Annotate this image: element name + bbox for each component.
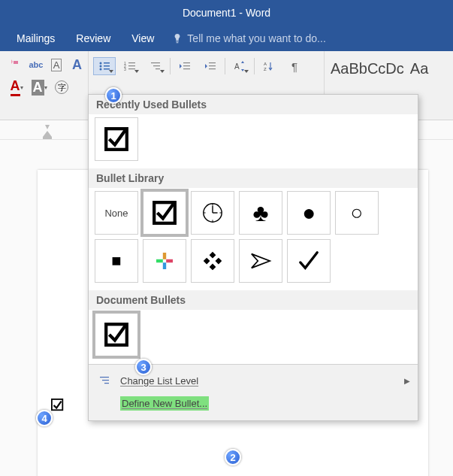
document-checkbox-bullet [51,399,65,412]
svg-rect-19 [209,62,216,63]
lightbulb-icon [172,33,183,44]
chevron-down-icon [134,70,139,73]
define-new-bullet-label: Define New Bullet... [120,396,209,411]
svg-rect-27 [43,137,52,139]
bullet-library-heading: Bullet Library [89,168,418,188]
chevron-down-icon [109,70,113,73]
bullet-clock[interactable] [191,191,234,235]
style-normal-preview[interactable]: AaBbCcDc [331,60,404,77]
svg-rect-41 [166,259,173,262]
svg-rect-40 [156,259,163,262]
bullet-arrowhead[interactable] [239,239,282,283]
document-bullets-heading: Document Bullets [89,290,418,310]
bullet-square[interactable]: ■ [95,239,138,283]
font-color-button[interactable]: A▾ [8,78,26,96]
bullet-circle[interactable]: ○ [335,191,379,235]
callout-3: 3 [135,359,152,375]
svg-rect-20 [209,65,216,66]
increase-indent-icon [204,61,216,71]
decrease-indent-icon [179,61,191,71]
svg-text:3: 3 [124,67,126,71]
sort-icon: AZ [264,61,274,71]
clear-format-icon[interactable]: abc [28,56,44,74]
character-border-icon[interactable]: A [49,56,65,74]
svg-rect-14 [153,65,160,66]
svg-rect-0 [14,61,18,64]
enclose-char-icon[interactable]: 字 [53,78,71,96]
svg-point-5 [100,68,102,71]
title-text: Document1 - Word [183,7,270,19]
font-grow-icon[interactable]: A [69,56,85,74]
svg-rect-16 [183,62,190,63]
format-painter-icon[interactable] [8,56,23,74]
style-heading-preview[interactable]: Aa [410,60,428,77]
tab-review[interactable]: Review [65,25,121,51]
tab-view[interactable]: View [121,25,165,51]
bullet-library-row: None ♣ ● ○ ■ [89,188,418,290]
callout-4: 4 [36,410,53,426]
svg-rect-39 [163,262,166,269]
bullet-checkmark[interactable] [287,239,331,283]
svg-rect-17 [183,65,190,66]
multilevel-list-button[interactable] [144,57,167,75]
svg-rect-43 [100,377,109,377]
increase-indent-button[interactable] [199,57,222,75]
bullet-color-plus[interactable] [143,239,186,283]
define-new-bullet-item[interactable]: Define New Bullet... [89,392,418,414]
list-level-icon [99,375,111,386]
pilcrow-icon: ¶ [291,60,297,73]
tell-me-search[interactable]: Tell me what you want to do... [165,32,325,44]
chevron-down-icon [244,70,249,73]
svg-rect-38 [163,253,166,259]
svg-rect-21 [209,68,216,69]
svg-rect-13 [151,62,160,63]
svg-rect-44 [102,380,109,380]
sort-button[interactable]: AZ [258,57,280,75]
font-group: abc A A A▾ A▾ 字 [0,51,89,120]
svg-marker-26 [43,131,52,137]
ribbon-tabs: Mailings Review View Tell me what you wa… [0,25,453,51]
bullet-four-diamonds[interactable] [191,239,234,283]
tab-mailings[interactable]: Mailings [6,25,65,51]
decrease-indent-button[interactable] [174,57,196,75]
recent-bullet-checkbox[interactable] [95,117,138,161]
svg-text:Z: Z [264,67,267,71]
document-bullets-row [89,310,418,364]
svg-rect-2 [104,62,110,64]
bullet-disc[interactable]: ● [287,191,331,235]
recently-used-heading: Recently Used Bullets [89,95,418,114]
svg-rect-4 [104,65,110,67]
text-highlight-button[interactable]: A▾ [30,78,48,96]
callout-2: 2 [225,449,241,465]
tell-me-placeholder: Tell me what you want to do... [187,32,325,44]
svg-point-3 [100,65,102,68]
bullet-club[interactable]: ♣ [239,191,282,235]
chevron-down-icon [160,70,165,73]
bullets-button[interactable] [93,57,116,75]
show-marks-button[interactable]: ¶ [283,57,306,75]
bullet-checkbox[interactable] [143,191,186,235]
bullet-none[interactable]: None [95,191,138,235]
title-bar: Document1 - Word [0,0,453,25]
change-list-level-label: Change List Level [120,375,198,387]
chevron-right-icon: ▶ [404,377,410,385]
svg-text:A: A [234,62,240,71]
svg-rect-10 [128,65,135,66]
numbering-button[interactable]: 123 [119,57,141,75]
svg-marker-25 [45,125,50,129]
document-bullet-checkbox[interactable] [95,313,138,356]
svg-point-1 [100,62,102,65]
svg-rect-8 [128,62,135,63]
svg-text:A: A [264,62,267,66]
callout-1: 1 [105,87,122,104]
svg-rect-18 [183,68,190,69]
svg-rect-45 [104,383,109,384]
text-direction-button[interactable]: A [228,57,251,75]
recently-used-row [89,114,418,168]
